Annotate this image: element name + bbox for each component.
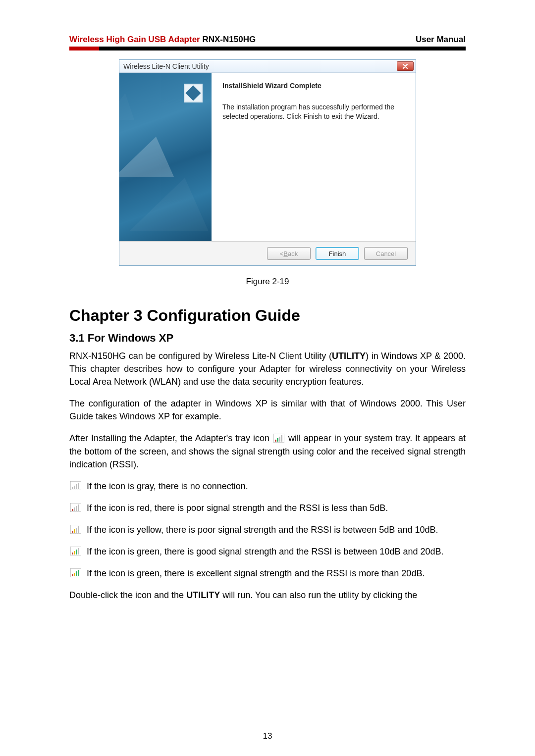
product-name: Wireless High Gain USB Adapter: [69, 35, 200, 44]
signal-tray-icon: [273, 433, 284, 442]
paragraph-last: Double-click the icon and the UTILITY wi…: [69, 589, 466, 602]
dialog-content: InstallShield Wizard Complete The instal…: [212, 73, 416, 241]
svg-rect-9: [78, 483, 79, 489]
svg-rect-21: [72, 553, 73, 554]
finish-button[interactable]: Finish: [316, 247, 359, 260]
svg-rect-4: [281, 435, 282, 442]
svg-rect-16: [72, 531, 73, 533]
svg-rect-6: [72, 487, 73, 489]
dialog-titlebar: Wireless Lite-N Client Utility: [119, 60, 416, 73]
signal-gray-icon: [70, 481, 81, 490]
signal-green-good-icon: [70, 546, 81, 555]
svg-rect-7: [74, 486, 75, 489]
page-header: Wireless High Gain USB Adapter RNX-N150H…: [69, 35, 466, 45]
figure-caption: Figure 2-19: [69, 277, 466, 287]
dialog-body-text: The installation program has successfull…: [222, 102, 405, 121]
header-right: User Manual: [416, 35, 466, 45]
svg-rect-1: [275, 440, 276, 442]
paragraph-1: RNX-N150HG can be configured by Wireless…: [69, 350, 466, 388]
signal-row-green-good: If the icon is green, there is good sign…: [69, 545, 466, 558]
paragraph-3: After Installing the Adapter, the Adapte…: [69, 432, 466, 470]
installer-dialog: Wireless Lite-N Client Utility InstallSh…: [119, 59, 416, 266]
header-left: Wireless High Gain USB Adapter RNX-N150H…: [69, 35, 256, 45]
dialog-title: Wireless Lite-N Client Utility: [123, 62, 209, 70]
cancel-button[interactable]: Cancel: [364, 247, 408, 260]
signal-row-red: If the icon is red, there is poor signal…: [69, 502, 466, 514]
svg-rect-8: [76, 484, 77, 489]
close-icon[interactable]: [397, 61, 414, 71]
signal-row-yellow: If the icon is yellow, there is poor sig…: [69, 523, 466, 536]
svg-rect-14: [78, 504, 79, 511]
back-button[interactable]: < Back: [267, 247, 311, 260]
svg-rect-11: [72, 509, 73, 511]
svg-rect-2: [277, 438, 278, 442]
signal-row-gray: If the icon is gray, there is no connect…: [69, 480, 466, 493]
svg-rect-18: [76, 528, 77, 533]
product-model-text: RNX-N150HG: [202, 35, 256, 44]
svg-rect-12: [74, 507, 75, 511]
page-number: 13: [0, 731, 535, 741]
dialog-heading: InstallShield Wizard Complete: [222, 82, 405, 90]
svg-rect-19: [78, 526, 79, 533]
signal-red-icon: [70, 503, 81, 511]
svg-rect-24: [78, 548, 79, 554]
dialog-sidebar-graphic: [119, 73, 212, 241]
svg-rect-23: [76, 550, 77, 554]
chapter-heading: Chapter 3 Configuration Guide: [69, 306, 466, 325]
svg-rect-27: [74, 573, 75, 576]
svg-rect-3: [279, 437, 280, 442]
svg-rect-29: [78, 570, 79, 576]
svg-rect-22: [74, 551, 75, 554]
section-heading: 3.1 For Windows XP: [69, 332, 466, 345]
installer-logo-icon: [184, 84, 203, 102]
svg-rect-26: [72, 574, 73, 576]
signal-green-excellent-icon: [70, 568, 81, 577]
svg-rect-28: [76, 571, 77, 576]
svg-rect-13: [76, 506, 77, 511]
svg-rect-17: [74, 529, 75, 533]
header-rule: [69, 47, 466, 50]
signal-row-green-excellent: If the icon is green, there is excellent…: [69, 567, 466, 580]
dialog-footer: < Back Finish Cancel: [119, 241, 416, 265]
signal-yellow-icon: [70, 524, 81, 533]
paragraph-2: The configuration of the adapter in Wind…: [69, 397, 466, 423]
